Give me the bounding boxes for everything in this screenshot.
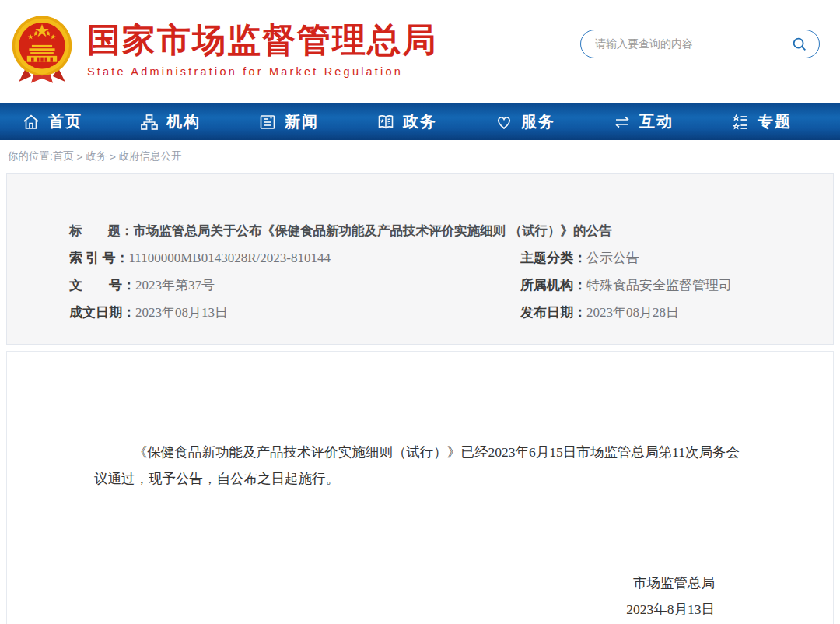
meta-value-doc-number: 2023年第37号 <box>135 278 215 293</box>
meta-row-title: 标 题：市场监管总局关于公布《保健食品新功能及产品技术评价实施细则 （试行）》的… <box>69 217 833 244</box>
site-search <box>580 30 820 58</box>
interact-arrows-icon <box>613 113 632 131</box>
nav-item-home[interactable]: 首页 <box>22 111 82 132</box>
topics-list-icon <box>731 113 750 131</box>
meta-value-issuing-department: 特殊食品安全监督管理司 <box>586 278 732 293</box>
meta-row: 索 引 号：11100000MB0143028R/2023-810144 主题分… <box>69 244 833 272</box>
breadcrumb-separator: > <box>74 151 86 163</box>
meta-label-issuing-department: 所属机构： <box>520 278 586 293</box>
national-emblem-logo-icon <box>8 12 76 87</box>
meta-label-index-number: 索 引 号： <box>69 251 129 265</box>
search-input[interactable] <box>595 38 789 51</box>
search-icon <box>791 36 808 53</box>
meta-value-written-date: 2023年08月13日 <box>135 305 228 320</box>
meta-label-doc-number: 文 号： <box>69 278 135 293</box>
meta-label-title: 标 题： <box>69 223 134 237</box>
home-icon <box>22 113 40 131</box>
nav-item-org[interactable]: 机构 <box>140 111 201 132</box>
announcement-paragraph: 《保健食品新功能及产品技术评价实施细则（试行）》已经2023年6月15日市场监管… <box>7 352 833 492</box>
meta-value-subject-category: 公示公告 <box>586 251 639 265</box>
meta-value-title: 市场监管总局关于公布《保健食品新功能及产品技术评价实施细则 （试行）》的公告 <box>134 223 612 237</box>
nav-item-label: 服务 <box>521 111 555 132</box>
site-title: 国家市场监督管理总局 <box>87 22 437 58</box>
meta-row: 成文日期：2023年08月13日 发布日期：2023年08月28日 <box>69 299 833 326</box>
nav-item-news[interactable]: 新闻 <box>258 111 319 132</box>
org-chart-icon <box>140 113 159 131</box>
service-heart-icon <box>495 113 513 131</box>
nav-item-service[interactable]: 服务 <box>495 111 555 132</box>
meta-value-index-number: 11100000MB0143028R/2023-810144 <box>129 251 331 265</box>
breadcrumb-link-info-disclosure[interactable]: 政府信息公开 <box>119 149 182 163</box>
meta-label-written-date: 成文日期： <box>69 305 135 320</box>
signature-date: 2023年8月13日 <box>7 596 715 622</box>
breadcrumb-separator: > <box>107 151 118 163</box>
meta-label-subject-category: 主题分类： <box>520 251 586 265</box>
document-meta-panel: 标 题：市场监管总局关于公布《保健食品新功能及产品技术评价实施细则 （试行）》的… <box>6 173 834 345</box>
gov-affairs-icon <box>376 113 395 131</box>
breadcrumb-prefix: 你的位置: <box>8 149 53 163</box>
nav-item-label: 互动 <box>639 111 674 132</box>
signature-block: 市场监管总局 2023年8月13日 <box>7 570 833 622</box>
site-logo-link[interactable]: 国家市场监督管理总局 State Administration for Mark… <box>8 12 437 87</box>
breadcrumb-link-gov[interactable]: 政务 <box>86 149 107 163</box>
meta-value-publish-date: 2023年08月28日 <box>586 305 679 320</box>
nav-item-topics[interactable]: 专题 <box>731 111 792 132</box>
nav-item-label: 政务 <box>403 111 437 132</box>
meta-label-publish-date: 发布日期： <box>520 305 586 320</box>
site-subtitle: State Administration for Market Regulati… <box>87 65 437 78</box>
main-nav: 首页 机构 新闻 政务 <box>0 103 840 140</box>
nav-item-label: 新闻 <box>285 111 319 132</box>
nav-item-label: 首页 <box>48 111 82 132</box>
meta-row: 文 号：2023年第37号 所属机构：特殊食品安全监督管理司 <box>69 272 833 299</box>
nav-item-gov[interactable]: 政务 <box>376 111 437 132</box>
nav-item-label: 机构 <box>166 111 201 132</box>
signature-org: 市场监管总局 <box>7 570 715 596</box>
site-header: 国家市场监督管理总局 State Administration for Mark… <box>0 0 840 103</box>
nav-item-interact[interactable]: 互动 <box>613 111 674 132</box>
document-body-panel: 《保健食品新功能及产品技术评价实施细则（试行）》已经2023年6月15日市场监管… <box>6 351 834 624</box>
nav-item-label: 专题 <box>758 111 792 132</box>
search-button[interactable] <box>789 34 810 54</box>
breadcrumb: 你的位置:首页 > 政务 > 政府信息公开 <box>0 140 840 173</box>
news-icon <box>258 113 277 131</box>
breadcrumb-link-home[interactable]: 首页 <box>53 149 74 163</box>
